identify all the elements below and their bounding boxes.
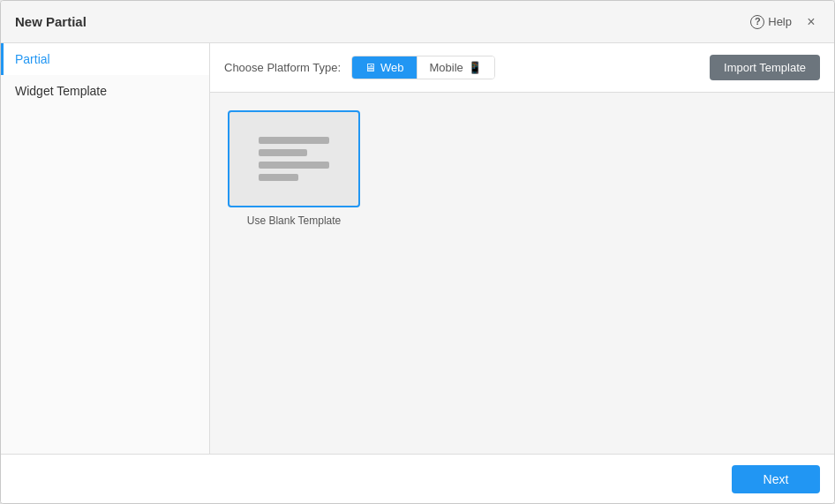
- preview-line-3: [259, 162, 329, 169]
- sidebar-item-partial[interactable]: Partial: [1, 43, 209, 75]
- web-platform-button[interactable]: Web: [352, 56, 418, 79]
- platform-buttons: Web Mobile: [351, 56, 495, 79]
- blank-template-label: Use Blank Template: [247, 214, 342, 227]
- new-partial-dialog: New Partial ? Help × Partial Widget Temp…: [0, 0, 835, 504]
- toolbar: Choose Platform Type: Web Mobile Import: [210, 43, 834, 93]
- sidebar: Partial Widget Template: [1, 43, 210, 454]
- main-content: Choose Platform Type: Web Mobile Import: [210, 43, 834, 454]
- sidebar-item-partial-label: Partial: [15, 52, 50, 66]
- preview-line-4: [259, 174, 298, 181]
- preview-line-1: [259, 137, 329, 144]
- next-button[interactable]: Next: [732, 465, 820, 493]
- mobile-icon: [468, 61, 482, 74]
- choose-platform-label: Choose Platform Type:: [224, 61, 341, 74]
- mobile-label: Mobile: [430, 61, 463, 74]
- close-icon: ×: [807, 14, 815, 30]
- template-grid: Use Blank Template: [210, 93, 834, 454]
- blank-template-preview: [228, 110, 360, 207]
- help-button[interactable]: ? Help: [750, 15, 792, 29]
- help-icon: ?: [750, 15, 764, 29]
- titlebar: New Partial ? Help ×: [1, 1, 834, 43]
- mobile-platform-button[interactable]: Mobile: [418, 56, 494, 79]
- import-template-button[interactable]: Import Template: [710, 55, 820, 80]
- web-label: Web: [380, 61, 404, 74]
- dialog-footer: Next: [1, 454, 834, 503]
- monitor-icon: [365, 61, 376, 74]
- help-label: Help: [768, 15, 792, 28]
- close-button[interactable]: ×: [802, 13, 820, 31]
- titlebar-actions: ? Help ×: [750, 13, 820, 31]
- import-label: Import Template: [724, 61, 806, 74]
- preview-line-2: [259, 149, 307, 156]
- sidebar-item-widget-template[interactable]: Widget Template: [1, 75, 209, 107]
- dialog-title: New Partial: [15, 14, 87, 29]
- blank-template-card[interactable]: Use Blank Template: [228, 110, 360, 227]
- sidebar-item-widget-template-label: Widget Template: [15, 84, 107, 98]
- preview-lines: [248, 126, 340, 192]
- dialog-body: Partial Widget Template Choose Platform …: [1, 43, 834, 454]
- platform-selector: Choose Platform Type: Web Mobile: [224, 56, 495, 79]
- next-label: Next: [764, 472, 789, 486]
